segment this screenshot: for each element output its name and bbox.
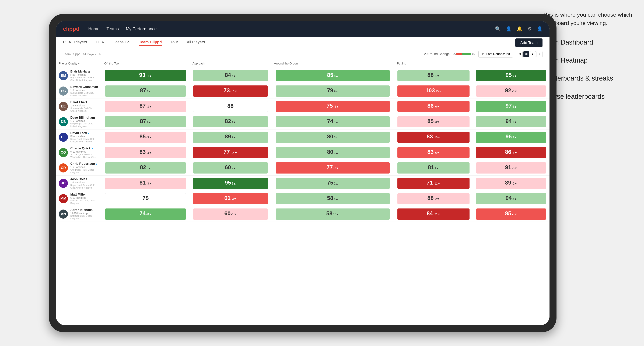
score-box: 83 -6▼ xyxy=(398,147,470,158)
player-cell[interactable]: CR Chris Robertson ● 1-5 Handicap Craigm… xyxy=(56,160,102,175)
player-club: Royal North Devon Golf Club, United King… xyxy=(70,184,99,189)
score-change: -3▼ xyxy=(231,197,236,201)
player-name: Josh Coles xyxy=(70,177,99,181)
sub-nav-hcaps[interactable]: Hcaps 1-5 xyxy=(113,40,130,46)
add-team-button[interactable]: Add Team xyxy=(516,38,542,47)
player-cell[interactable]: EC Edward Crossman 1-5 Handicap Sunningd… xyxy=(56,83,102,99)
score-change: 1▲ xyxy=(334,151,338,155)
nav-link-home[interactable]: Home xyxy=(88,26,100,31)
player-cell[interactable]: EE Elliot Ebert 1-5 Handicap Sunningdale… xyxy=(56,99,102,114)
score-value: 89 xyxy=(225,133,231,140)
score-box: 94 1▲ xyxy=(476,116,546,127)
player-cell[interactable]: JC Josh Coles 1-5 Handicap Royal North D… xyxy=(56,176,102,191)
player-handicap: 6-10 Handicap xyxy=(70,196,99,199)
gear-icon[interactable]: ⚙ xyxy=(528,26,532,32)
score-cell-around-green: 85 -3▼ xyxy=(394,114,473,130)
view-btn-heatmap[interactable]: 🌡 xyxy=(530,51,536,57)
player-cell[interactable]: CQ Charlie Quick ● 6-10 Handicap St. Geo… xyxy=(56,145,102,160)
score-box: 89 -2▼ xyxy=(476,178,546,189)
player-info: Matt Miller 6-10 Handicap Woburn Golf Cl… xyxy=(70,193,99,204)
col-sort-arrow[interactable]: ▾ xyxy=(78,62,80,65)
score-cell-around-green: 81 4▲ xyxy=(394,160,473,176)
player-avatar: MM xyxy=(59,194,68,203)
player-handicap: 11-15 Handicap xyxy=(70,212,99,215)
score-cell-putting: 94 3▲ xyxy=(473,191,550,206)
score-value: 75 xyxy=(142,195,149,201)
score-change: -2▼ xyxy=(512,182,517,185)
view-btn-download[interactable]: ↓ xyxy=(536,51,542,57)
player-cell[interactable]: AN Aaron Nicholls 11-15 Handicap Drift G… xyxy=(56,206,102,222)
tablet-frame: clippd Home Teams My Performance 🔍 👤 🔔 ⚙… xyxy=(49,14,556,332)
col-sort-putting[interactable]: — xyxy=(407,62,410,65)
score-value: 88 xyxy=(427,195,434,201)
player-club: Sunningdale Golf Club, United Kingdom xyxy=(70,107,99,112)
score-box: 75 2▲ xyxy=(276,178,390,189)
sub-nav-pgat[interactable]: PGAT Players xyxy=(63,40,87,46)
player-cell[interactable]: DF David Ford ● Plus Handicap Royal Nort… xyxy=(56,130,102,145)
app-logo[interactable]: clippd xyxy=(63,26,80,32)
score-box: 85 -4▼ xyxy=(476,208,546,220)
score-cell-approach: 79 9▲ xyxy=(271,83,394,99)
score-change: 10▲ xyxy=(333,213,339,216)
score-cell-player-quality: 82 3▲ xyxy=(102,160,190,176)
score-cell-putting: 97 5▲ xyxy=(473,99,550,114)
player-club: Gog Magog Golf Club, United Kingdom xyxy=(70,122,99,128)
col-sort-off-tee[interactable]: — xyxy=(120,62,122,65)
player-info: Charlie Quick ● 6-10 Handicap St. George… xyxy=(70,147,99,158)
score-cell-approach: 74 1▲ xyxy=(271,114,394,130)
score-change: -3▼ xyxy=(146,182,152,185)
player-cell[interactable]: MM Matt Miller 6-10 Handicap Woburn Golf… xyxy=(56,191,102,206)
score-cell-player-quality: 75 xyxy=(102,191,190,206)
col-sort-around-green[interactable]: — xyxy=(298,62,301,65)
edit-team-icon[interactable]: ✏ xyxy=(98,52,101,56)
nav-link-teams[interactable]: Teams xyxy=(106,26,119,31)
score-value: 85 xyxy=(427,118,434,124)
nav-link-my-performance[interactable]: My Performance xyxy=(126,26,156,31)
bell-icon[interactable]: 🔔 xyxy=(517,26,522,32)
person-icon[interactable]: 👤 xyxy=(506,26,512,32)
score-change: -10▼ xyxy=(434,136,440,139)
score-value: 75 xyxy=(327,179,334,186)
score-value: 87 xyxy=(140,87,146,94)
score-cell-off-tee: 88 xyxy=(190,99,271,114)
score-box: 82 4▲ xyxy=(193,116,268,127)
player-name: Matt Miller xyxy=(70,193,99,196)
score-change: -3▼ xyxy=(146,136,152,139)
sub-nav-pga[interactable]: PGA xyxy=(96,40,104,46)
score-cell-putting: 85 -4▼ xyxy=(473,206,550,222)
player-avatar: CQ xyxy=(59,148,68,157)
score-change: 4▲ xyxy=(334,197,338,201)
score-cell-approach: 58 10▲ xyxy=(271,206,394,222)
score-box: 88 xyxy=(193,101,268,112)
last-rounds-button[interactable]: 🏳 Last Rounds: 20 xyxy=(478,51,513,57)
view-btn-grid-small[interactable]: ⊞ xyxy=(516,51,522,57)
table-row: MM Matt Miller 6-10 Handicap Woburn Golf… xyxy=(56,191,550,206)
team-title: Team Clippd 14 Players ✏ xyxy=(63,52,424,56)
round-change-bar: -5 +5 xyxy=(453,53,475,56)
score-box: 81 -3▼ xyxy=(105,178,186,189)
score-value: 60 xyxy=(224,210,231,217)
search-icon[interactable]: 🔍 xyxy=(495,26,501,32)
score-change: -8▼ xyxy=(512,151,517,155)
player-cell[interactable]: BM Blair McHarg Plus Handicap Royal Nort… xyxy=(56,68,102,83)
score-value: 71 xyxy=(427,179,433,186)
score-value: 84 xyxy=(427,210,433,217)
score-change: 3▲ xyxy=(334,136,338,139)
sub-nav-tour[interactable]: Tour xyxy=(170,40,178,46)
score-box: 84 -21▼ xyxy=(398,208,470,220)
score-change: -3▼ xyxy=(146,151,152,155)
view-btn-grid-large[interactable]: ▦ xyxy=(523,51,529,57)
sub-nav-team-clippd[interactable]: Team Clippd xyxy=(139,40,162,46)
player-name: Dave Billingham xyxy=(70,116,99,120)
player-info: Aaron Nicholls 11-15 Handicap Drift Golf… xyxy=(70,208,99,220)
col-sort-approach[interactable]: — xyxy=(206,62,208,65)
player-info: Josh Coles 1-5 Handicap Royal North Devo… xyxy=(70,177,99,189)
score-cell-around-green: 84 -21▼ xyxy=(394,206,473,222)
player-handicap: 1-5 Handicap xyxy=(70,89,99,92)
score-value: 95 xyxy=(225,179,231,186)
score-value: 85 xyxy=(327,72,334,78)
sub-nav-all-players[interactable]: All Players xyxy=(187,40,205,46)
player-cell[interactable]: DB Dave Billingham 1-5 Handicap Gog Mago… xyxy=(56,114,102,129)
bar-red xyxy=(456,53,462,55)
user-avatar-icon[interactable]: 👤 xyxy=(537,26,542,32)
